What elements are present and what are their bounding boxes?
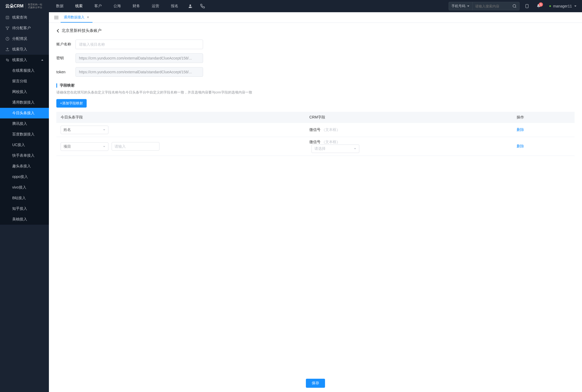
breadcrumb: 北京昱新科技头条账户	[56, 28, 575, 33]
header-right: 手机号码 5 manager11	[449, 2, 582, 10]
chevron-down-icon	[467, 5, 470, 7]
token-input[interactable]	[75, 67, 203, 77]
sidebar-item[interactable]: 线索导入	[0, 44, 49, 55]
sidebar-item[interactable]: 线索查询	[0, 12, 49, 23]
nav-item[interactable]: 公海	[108, 0, 127, 12]
nav-item[interactable]: 运营	[146, 0, 165, 12]
nav-item[interactable]: 客户	[88, 0, 108, 12]
toutiao-field-select[interactable]: 姓名	[61, 126, 108, 134]
logo-subtitle: 教育机构一站 式服务云平台	[26, 3, 42, 9]
crm-field-hint: （文本框）	[322, 140, 340, 144]
svg-rect-6	[6, 16, 9, 19]
svg-point-2	[513, 5, 516, 7]
sidebar-item[interactable]: 线索接入	[0, 55, 49, 65]
search-button[interactable]	[510, 4, 519, 8]
main-content: 通用数据接入 ✕ 北京昱新科技头条账户 账户名称 密钥 token	[49, 12, 582, 392]
sidebar-item[interactable]: 待分配客户	[0, 23, 49, 33]
save-button[interactable]: 保存	[306, 379, 325, 388]
mapping-section-desc: 请确保您在此填写的头条自定义字段名称与在今日头条平台中自定义的字段名称一致，并且…	[56, 90, 575, 95]
mapping-section-header: 字段映射	[56, 83, 575, 88]
online-status-dot	[549, 5, 551, 7]
sidebar-sub-item[interactable]: 通用数据接入	[0, 97, 49, 108]
sidebar-sub-item[interactable]: 网校接入	[0, 87, 49, 97]
sidebar-sub-item[interactable]: UC接入	[0, 140, 49, 150]
sidebar-sub-item[interactable]: 知乎接入	[0, 203, 49, 214]
collapse-sidebar-icon[interactable]	[52, 16, 61, 19]
sidebar-sub-item[interactable]: 美柚接入	[0, 214, 49, 225]
search-group: 手机号码	[449, 2, 520, 10]
sidebar: 线索查询待分配客户分配情况线索导入线索接入在线客服接入留言分组网校接入通用数据接…	[0, 12, 49, 392]
sidebar-sub-item[interactable]: 趣头条接入	[0, 161, 49, 172]
crm-field-label: 微信号	[309, 127, 320, 132]
svg-point-11	[8, 60, 9, 61]
delete-row-button[interactable]: 删除	[517, 144, 524, 149]
search-type-select[interactable]: 手机号码	[449, 2, 473, 10]
col-toutiao: 今日头条字段	[56, 112, 305, 123]
col-crm: CRM字段	[305, 112, 512, 123]
account-name-input[interactable]	[75, 40, 203, 49]
tab-bar: 通用数据接入 ✕	[49, 12, 582, 23]
svg-line-3	[515, 7, 516, 8]
nav-item[interactable]: 线索	[69, 0, 88, 12]
search-icon	[512, 4, 517, 8]
sidebar-sub-item[interactable]: oppo接入	[0, 172, 49, 182]
user-add-icon[interactable]	[184, 0, 196, 12]
filter-icon	[5, 26, 10, 30]
logo[interactable]: 云朵CRM 教育机构一站 式服务云平台	[5, 3, 42, 9]
mobile-icon[interactable]	[523, 2, 531, 10]
toutiao-extra-input[interactable]	[112, 142, 159, 151]
table-row: 项目 微信号（文本框） 请选择删除	[56, 137, 575, 156]
chevron-up-icon	[41, 59, 44, 61]
footer: 保存	[49, 374, 582, 392]
logo-text: 云朵CRM	[5, 3, 23, 9]
svg-point-10	[6, 59, 7, 60]
chevron-down-icon	[354, 147, 356, 150]
secret-input[interactable]	[75, 53, 203, 63]
search-icon	[5, 15, 10, 20]
toutiao-field-select[interactable]: 项目	[61, 142, 108, 151]
sidebar-sub-item[interactable]: 留言分组	[0, 76, 49, 87]
chevron-down-icon	[574, 5, 577, 7]
user-menu[interactable]: manager11	[546, 4, 577, 8]
sidebar-sub-item[interactable]: 腾讯接入	[0, 118, 49, 129]
sidebar-sub-item[interactable]: B站接入	[0, 193, 49, 203]
nav-item[interactable]: 数据	[50, 0, 69, 12]
sidebar-item[interactable]: 分配情况	[0, 33, 49, 44]
top-header: 云朵CRM 教育机构一站 式服务云平台 数据线索客户公海财务运营报名 手机号码 …	[0, 0, 582, 12]
table-row: 姓名微信号（文本框）删除	[56, 123, 575, 137]
plug-icon	[5, 58, 10, 62]
mapping-section-title: 字段映射	[60, 83, 75, 88]
crm-field-select[interactable]: 请选择	[311, 144, 359, 153]
sidebar-sub-item[interactable]: 在线客服接入	[0, 65, 49, 76]
chevron-down-icon	[103, 129, 106, 131]
nav-item[interactable]: 报名	[165, 0, 184, 12]
svg-rect-4	[526, 4, 528, 8]
add-mapping-button[interactable]: +添加字段映射	[56, 99, 87, 108]
notification-badge: 5	[539, 2, 543, 7]
notification-icon[interactable]: 5	[534, 2, 543, 10]
close-icon[interactable]: ✕	[87, 15, 89, 19]
nav-item[interactable]: 财务	[127, 0, 146, 12]
crm-field-label: 微信号	[309, 140, 320, 144]
crm-field-hint: （文本框）	[322, 127, 340, 132]
sidebar-sub-item[interactable]: 百度数据接入	[0, 129, 49, 140]
secret-label: 密钥	[56, 56, 75, 61]
sidebar-sub-item[interactable]: 今日头条接入	[0, 108, 49, 118]
back-icon[interactable]	[56, 29, 60, 33]
main-nav: 数据线索客户公海财务运营报名	[50, 0, 184, 12]
svg-point-0	[189, 5, 191, 6]
phone-icon[interactable]	[196, 0, 209, 12]
tab-generic-data-access[interactable]: 通用数据接入 ✕	[61, 12, 92, 23]
username: manager11	[553, 4, 572, 8]
sidebar-sub-item[interactable]: vivo接入	[0, 182, 49, 193]
search-input[interactable]	[473, 4, 510, 8]
upload-icon	[5, 47, 10, 52]
account-name-label: 账户名称	[56, 42, 75, 47]
clock-icon	[5, 37, 10, 41]
token-label: token	[56, 70, 75, 74]
section-bar	[56, 83, 57, 88]
chevron-down-icon	[103, 145, 106, 148]
sidebar-sub-item[interactable]: 快手表单接入	[0, 150, 49, 161]
delete-row-button[interactable]: 删除	[517, 127, 524, 132]
col-operation: 操作	[512, 112, 575, 123]
